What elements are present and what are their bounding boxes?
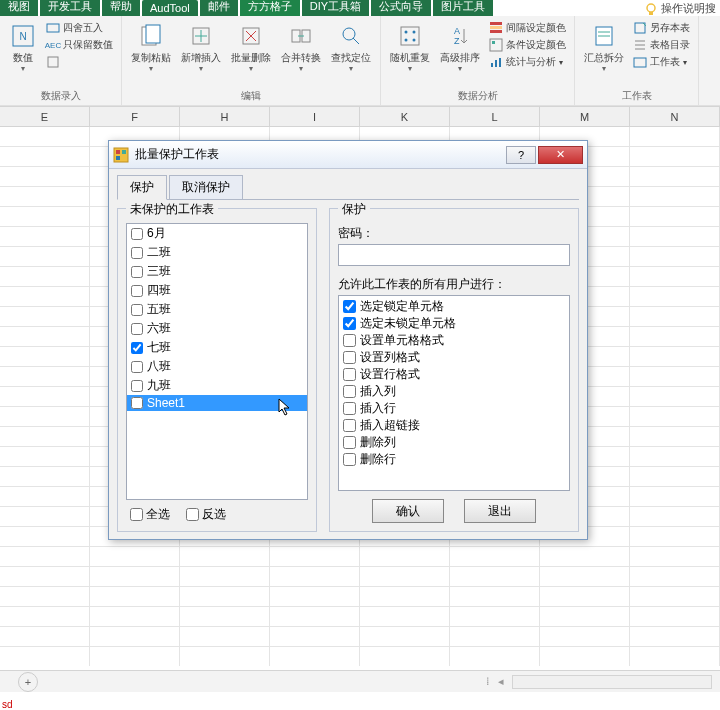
column-header[interactable]: N <box>630 107 720 126</box>
tab-protect[interactable]: 保护 <box>117 175 167 200</box>
summary-button[interactable]: 汇总拆分▾ <box>581 20 627 76</box>
sheet-item[interactable]: 三班 <box>127 262 307 281</box>
tab-ffgz[interactable]: 方方格子 <box>240 0 300 16</box>
sheet-item[interactable]: 九班 <box>127 376 307 395</box>
tab-help[interactable]: 帮助 <box>102 0 140 16</box>
permission-checkbox[interactable] <box>343 436 356 449</box>
permissions-listbox[interactable]: 选定锁定单元格选定未锁定单元格设置单元格格式设置列格式设置行格式插入列插入行插入… <box>338 295 570 491</box>
insert-button[interactable]: 新增插入▾ <box>178 20 224 76</box>
permission-item[interactable]: 选定锁定单元格 <box>341 298 567 315</box>
svg-rect-36 <box>635 23 645 33</box>
permission-checkbox[interactable] <box>343 385 356 398</box>
tab-formula[interactable]: 公式向导 <box>371 0 431 16</box>
grid-row[interactable] <box>0 607 720 627</box>
sheet-checkbox[interactable] <box>131 397 143 409</box>
sheet-item[interactable]: 五班 <box>127 300 307 319</box>
permission-item[interactable]: 设置列格式 <box>341 349 567 366</box>
horizontal-scrollbar[interactable] <box>512 675 712 689</box>
tab-view[interactable]: 视图 <box>0 0 38 16</box>
grid-row[interactable] <box>0 567 720 587</box>
select-all-checkbox[interactable]: 全选 <box>130 506 170 523</box>
password-input[interactable] <box>338 244 570 266</box>
permission-item[interactable]: 插入列 <box>341 383 567 400</box>
ok-button[interactable]: 确认 <box>372 499 444 523</box>
sheet-item[interactable]: 二班 <box>127 243 307 262</box>
permission-checkbox[interactable] <box>343 402 356 415</box>
sheet-checkbox[interactable] <box>131 228 143 240</box>
sort-button[interactable]: AZ高级排序▾ <box>437 20 483 76</box>
tab-diy[interactable]: DIY工具箱 <box>302 0 369 16</box>
tab-pic[interactable]: 图片工具 <box>433 0 493 16</box>
sheet-checkbox[interactable] <box>131 323 143 335</box>
sheet-item[interactable]: 八班 <box>127 357 307 376</box>
merge-button[interactable]: 合并转换▾ <box>278 20 324 76</box>
copy-paste-button[interactable]: 复制粘贴▾ <box>128 20 174 76</box>
grid-row[interactable] <box>0 547 720 567</box>
tab-mail[interactable]: 邮件 <box>200 0 238 16</box>
permission-checkbox[interactable] <box>343 453 356 466</box>
permission-item[interactable]: 删除行 <box>341 451 567 468</box>
column-header[interactable]: H <box>180 107 270 126</box>
save-as-button[interactable]: 另存本表 <box>631 20 692 36</box>
toc-button[interactable]: 表格目录 <box>631 37 692 53</box>
sheet-checkbox[interactable] <box>131 342 143 354</box>
cancel-button[interactable]: 退出 <box>464 499 536 523</box>
ws-button[interactable]: 工作表▾ <box>631 54 692 70</box>
permission-item[interactable]: 选定未锁定单元格 <box>341 315 567 332</box>
sheet-name: 四班 <box>147 282 171 299</box>
sheet-checkbox[interactable] <box>131 285 143 297</box>
permission-item[interactable]: 插入行 <box>341 400 567 417</box>
invert-checkbox[interactable]: 反选 <box>186 506 226 523</box>
permission-checkbox[interactable] <box>343 419 356 432</box>
new-sheet-button[interactable]: + <box>18 672 38 692</box>
permission-checkbox[interactable] <box>343 300 356 313</box>
grid-row[interactable] <box>0 627 720 647</box>
grid-row[interactable] <box>0 587 720 607</box>
permission-checkbox[interactable] <box>343 317 356 330</box>
sheet-checkbox[interactable] <box>131 380 143 392</box>
column-header[interactable]: L <box>450 107 540 126</box>
tab-unprotect[interactable]: 取消保护 <box>169 175 243 200</box>
more-button[interactable] <box>44 54 115 70</box>
sheet-item[interactable]: 6月 <box>127 224 307 243</box>
cond-color-button[interactable]: 条件设定颜色 <box>487 37 568 53</box>
tell-me[interactable]: 操作说明搜 <box>644 1 720 16</box>
permission-checkbox[interactable] <box>343 351 356 364</box>
alt-color-button[interactable]: 间隔设定颜色 <box>487 20 568 36</box>
tab-audtool[interactable]: AudTool <box>142 0 198 16</box>
close-button[interactable]: ✕ <box>538 146 583 164</box>
column-header[interactable]: F <box>90 107 180 126</box>
help-button[interactable]: ? <box>506 146 536 164</box>
column-header[interactable]: E <box>0 107 90 126</box>
sheets-listbox[interactable]: 6月二班三班四班五班六班七班八班九班Sheet1 <box>126 223 308 500</box>
column-header[interactable]: M <box>540 107 630 126</box>
column-header[interactable]: I <box>270 107 360 126</box>
permission-checkbox[interactable] <box>343 334 356 347</box>
sheet-checkbox[interactable] <box>131 304 143 316</box>
sheet-checkbox[interactable] <box>131 361 143 373</box>
dialog-titlebar[interactable]: 批量保护工作表 ? ✕ <box>109 141 587 169</box>
value-button[interactable]: N 数值▾ <box>6 20 40 76</box>
sheet-item[interactable]: 六班 <box>127 319 307 338</box>
sheet-item[interactable]: 四班 <box>127 281 307 300</box>
permission-checkbox[interactable] <box>343 368 356 381</box>
permission-item[interactable]: 设置单元格格式 <box>341 332 567 349</box>
locate-button[interactable]: 查找定位▾ <box>328 20 374 76</box>
scroll-left-icon[interactable]: ◂ <box>498 675 504 688</box>
random-button[interactable]: 随机重复▾ <box>387 20 433 76</box>
sheet-item[interactable]: 七班 <box>127 338 307 357</box>
grid-row[interactable] <box>0 647 720 666</box>
round-button[interactable]: 四舍五入 <box>44 20 115 36</box>
permission-item[interactable]: 删除列 <box>341 434 567 451</box>
keep-num-button[interactable]: AEC只保留数值 <box>44 37 115 53</box>
column-header[interactable]: K <box>360 107 450 126</box>
permission-item[interactable]: 插入超链接 <box>341 417 567 434</box>
delete-button[interactable]: 批量删除▾ <box>228 20 274 76</box>
svg-rect-26 <box>490 26 502 29</box>
sheet-checkbox[interactable] <box>131 266 143 278</box>
sheet-item[interactable]: Sheet1 <box>127 395 307 411</box>
sheet-checkbox[interactable] <box>131 247 143 259</box>
permission-item[interactable]: 设置行格式 <box>341 366 567 383</box>
tab-dev[interactable]: 开发工具 <box>40 0 100 16</box>
stats-button[interactable]: 统计与分析▾ <box>487 54 568 70</box>
